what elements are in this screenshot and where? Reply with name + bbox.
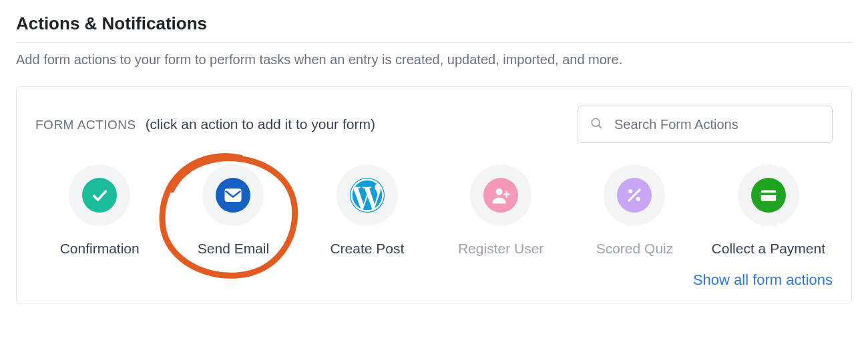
section-divider [16, 42, 852, 43]
show-all-row: Show all form actions [35, 271, 833, 289]
svg-rect-2 [226, 189, 241, 201]
action-label: Create Post [330, 239, 404, 258]
wordpress-icon [350, 178, 385, 213]
mail-icon [216, 178, 250, 213]
icon-disc [69, 164, 130, 226]
action-send-email[interactable]: Send Email [169, 164, 297, 258]
action-confirmation[interactable]: Confirmation [35, 164, 164, 258]
action-label: Confirmation [60, 239, 140, 258]
check-icon [82, 178, 117, 213]
action-create-post[interactable]: Create Post [303, 164, 431, 258]
icon-disc [738, 164, 799, 226]
action-register-user[interactable]: Register User [437, 164, 565, 258]
section-description: Add form actions to your form to perform… [16, 52, 852, 68]
search-input[interactable] [578, 106, 833, 143]
user-add-icon [483, 178, 518, 213]
action-label: Send Email [198, 239, 269, 258]
percent-icon [617, 178, 652, 213]
card-icon [751, 178, 786, 213]
icon-disc [604, 164, 665, 226]
svg-point-8 [636, 197, 640, 201]
svg-rect-10 [761, 193, 777, 195]
icon-disc [202, 164, 264, 226]
action-label: Collect a Payment [712, 239, 825, 258]
panel-hint: (click an action to add it to your form) [146, 116, 375, 132]
section-title: Actions & Notifications [16, 13, 852, 42]
panel-label: FORM ACTIONS [35, 118, 136, 132]
icon-disc [470, 164, 531, 226]
form-actions-panel: FORM ACTIONS (click an action to add it … [16, 86, 852, 304]
icon-disc [337, 164, 398, 226]
action-label: Register User [458, 239, 544, 258]
svg-rect-9 [761, 191, 777, 201]
show-all-link[interactable]: Show all form actions [693, 271, 833, 289]
panel-header: FORM ACTIONS (click an action to add it … [35, 106, 833, 143]
action-label: Scored Quiz [596, 239, 674, 258]
svg-point-3 [496, 189, 503, 195]
action-scored-quiz[interactable]: Scored Quiz [570, 164, 698, 258]
search-wrap [578, 106, 833, 143]
action-collect-payment[interactable]: Collect a Payment [704, 164, 833, 258]
panel-header-left: FORM ACTIONS (click an action to add it … [35, 116, 375, 132]
svg-point-7 [629, 189, 633, 193]
actions-row: Confirmation Send Email Create Post [35, 164, 833, 258]
